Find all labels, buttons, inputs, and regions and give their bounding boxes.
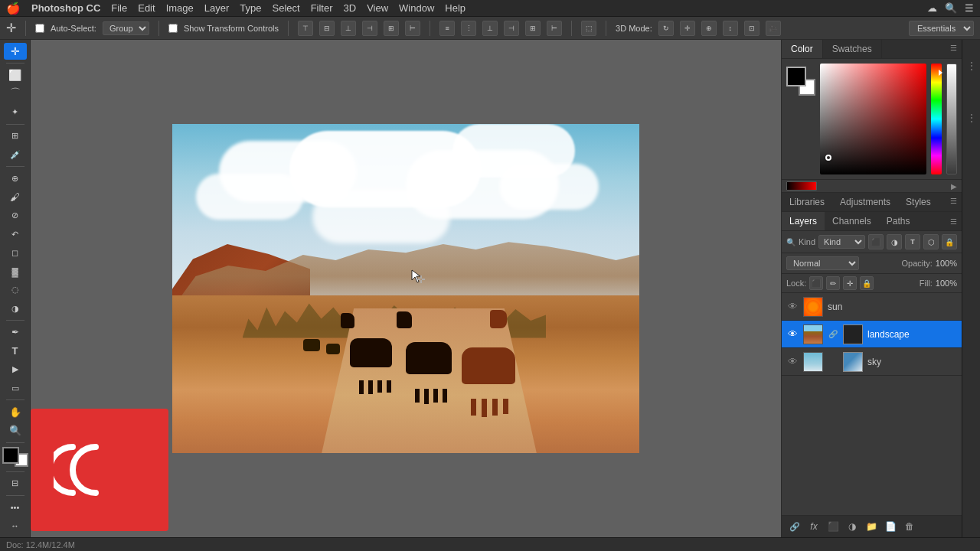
tab-color[interactable]: Color [782, 40, 823, 58]
menu-filter[interactable]: Filter [311, 2, 333, 14]
3d-camera-btn[interactable]: 🎥 [766, 21, 781, 36]
history-tool-btn[interactable]: ↶ [4, 226, 27, 243]
tab-styles[interactable]: Styles [898, 193, 939, 211]
align-left-btn[interactable]: ⊣ [362, 21, 377, 36]
filter-type-btn[interactable]: T [905, 234, 920, 249]
move-tool-btn[interactable]: ✛ [4, 43, 27, 60]
search-icon[interactable]: 🔍 [945, 2, 957, 14]
hand-tool-btn[interactable]: ✋ [4, 403, 27, 420]
add-style-btn[interactable]: fx [805, 518, 822, 535]
menu-3d[interactable]: 3D [344, 2, 357, 14]
filter-shape-btn[interactable]: ⬡ [923, 234, 939, 249]
lock-pixels-btn[interactable]: ⬛ [809, 276, 823, 290]
menu-edit[interactable]: Edit [138, 2, 155, 14]
auto-select-dropdown[interactable]: Group Layer [103, 21, 149, 35]
tab-libraries[interactable]: Libraries [782, 193, 832, 211]
fill-value[interactable]: 100% [936, 279, 957, 288]
lock-position-btn[interactable]: ✛ [843, 276, 857, 290]
zoom-tool-btn[interactable]: 🔍 [4, 422, 27, 439]
link-layers-btn[interactable]: 🔗 [786, 518, 803, 535]
menu-select[interactable]: Select [272, 2, 299, 14]
align-bottom-btn[interactable]: ⊥ [341, 21, 356, 36]
menu-layer[interactable]: Layer [204, 2, 230, 14]
quick-mask-btn[interactable]: ⊟ [4, 474, 27, 491]
show-transform-checkbox[interactable] [168, 24, 178, 33]
workspace-select[interactable]: Essentials [909, 21, 974, 36]
foreground-color[interactable] [786, 67, 806, 86]
tab-layers[interactable]: Layers [782, 212, 825, 230]
menu-window[interactable]: Window [399, 2, 434, 14]
layer-landscape-link[interactable]: 🔗 [828, 329, 838, 340]
layer-landscape-visibility[interactable]: 👁 [786, 328, 799, 341]
auto-select-checkbox[interactable] [35, 24, 44, 33]
distribute-top-btn[interactable]: ≡ [439, 21, 455, 36]
3d-pan-btn[interactable]: ✛ [680, 21, 695, 36]
menu-view[interactable]: View [367, 2, 388, 14]
align-vcenter-btn[interactable]: ⊟ [319, 21, 335, 36]
shape-tool-btn[interactable]: ▭ [4, 380, 27, 396]
align-top-btn[interactable]: ⊤ [298, 21, 313, 36]
add-adjustment-btn[interactable]: ◑ [844, 518, 861, 535]
menu-image[interactable]: Image [166, 2, 194, 14]
tab-channels[interactable]: Channels [825, 212, 879, 230]
delete-layer-btn[interactable]: 🗑 [901, 518, 918, 535]
filter-smartobject-btn[interactable]: 🔒 [942, 234, 957, 249]
fg-color-swatch[interactable] [2, 447, 19, 464]
fg-bg-color-swatch[interactable] [2, 447, 28, 466]
color-value-swatch[interactable] [786, 181, 817, 191]
filter-pixel-btn[interactable]: ⬛ [868, 234, 884, 249]
3d-slide-btn[interactable]: ↕ [723, 21, 738, 36]
heal-tool-btn[interactable]: ⊕ [4, 170, 27, 187]
dodge-tool-btn[interactable]: ◑ [4, 300, 27, 317]
filter-adjustment-btn[interactable]: ◑ [887, 234, 902, 249]
layer-sun-visibility[interactable]: 👁 [786, 301, 799, 313]
3d-scale-btn[interactable]: ⊡ [744, 21, 760, 36]
blur-tool-btn[interactable]: ◌ [4, 282, 27, 298]
menu-icon[interactable]: ☰ [965, 2, 974, 14]
color-spectrum-area[interactable] [820, 64, 926, 174]
clone-tool-btn[interactable]: ⊘ [4, 207, 27, 224]
creative-cloud-icon[interactable]: ☁ [927, 2, 937, 14]
tab-adjustments[interactable]: Adjustments [832, 193, 898, 211]
arrange-btn[interactable]: ⬚ [581, 21, 596, 36]
text-tool-btn[interactable]: T [4, 342, 27, 359]
extra-tool-btn[interactable]: ↔ [4, 517, 27, 534]
eraser-tool-btn[interactable]: ◻ [4, 244, 27, 261]
brush-tool-btn[interactable]: 🖌 [4, 188, 27, 205]
menu-type[interactable]: Type [240, 2, 261, 14]
filter-kind-select[interactable]: Kind [818, 235, 865, 249]
3d-rotate-btn[interactable]: ↻ [658, 21, 674, 36]
layer-sky-link[interactable] [828, 357, 838, 367]
3d-roll-btn[interactable]: ⊕ [701, 21, 717, 36]
path-select-tool-btn[interactable]: ▶ [4, 361, 27, 378]
opacity-strip[interactable] [946, 64, 957, 174]
lock-image-btn[interactable]: ✏ [826, 276, 840, 290]
pen-tool-btn[interactable]: ✒ [4, 324, 27, 341]
layer-landscape[interactable]: 👁 🔗 landscape [782, 321, 962, 348]
tab-swatches[interactable]: Swatches [823, 40, 882, 58]
layer-sky-visibility[interactable]: 👁 [786, 356, 799, 368]
magic-wand-tool-btn[interactable]: ✦ [4, 104, 27, 121]
distribute-left-btn[interactable]: ⊣ [504, 21, 519, 36]
apple-menu[interactable]: 🍎 [6, 2, 21, 15]
eyedropper-tool-btn[interactable]: 💉 [4, 146, 27, 163]
lock-all-btn[interactable]: 🔒 [860, 276, 874, 290]
blend-mode-select[interactable]: Normal [786, 256, 859, 270]
distribute-right-btn[interactable]: ⊢ [547, 21, 562, 36]
new-layer-btn[interactable]: 📄 [882, 518, 899, 535]
gradient-tool-btn[interactable]: ▓ [4, 263, 27, 280]
menu-help[interactable]: Help [445, 2, 466, 14]
align-right-btn[interactable]: ⊢ [405, 21, 420, 36]
libraries-options[interactable]: ☰ [946, 193, 962, 211]
layers-panel-options[interactable]: ☰ [946, 214, 962, 230]
more-tools-btn[interactable]: ••• [4, 499, 27, 516]
align-hcenter-btn[interactable]: ⊞ [384, 21, 399, 36]
side-strip-mid-icon[interactable]: ⋮ [965, 95, 978, 141]
layer-sun[interactable]: 👁 sun [782, 293, 962, 321]
side-strip-top-icon[interactable]: ⋮ [965, 43, 978, 89]
distribute-vc-btn[interactable]: ⋮ [461, 21, 476, 36]
marquee-tool-btn[interactable]: ⬜ [4, 67, 27, 83]
add-group-btn[interactable]: 📁 [863, 518, 880, 535]
crop-tool-btn[interactable]: ⊞ [4, 128, 27, 145]
distribute-bottom-btn[interactable]: ⊥ [482, 21, 498, 36]
